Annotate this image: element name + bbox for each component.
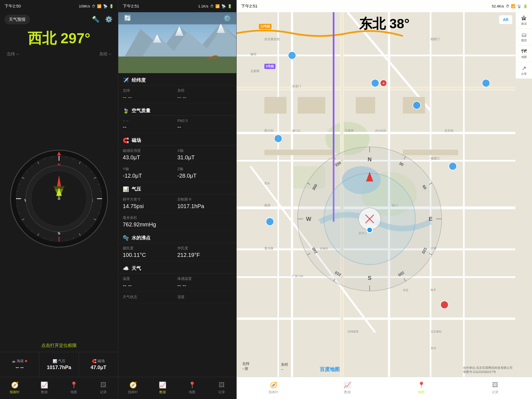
lat-label: 北纬 -- xyxy=(7,52,19,57)
svg-text:W: W xyxy=(306,216,311,222)
magnetic-section-header: 🧲 磁场 xyxy=(118,133,236,145)
mmhg-label: 毫米汞柱 xyxy=(123,215,177,220)
map-type-tool[interactable]: 🗺 地图 xyxy=(516,45,532,62)
map-status-icons: 52.4K/s ⏱ 📶 📡 🔋 xyxy=(492,4,528,8)
data-tab-label: 数据 xyxy=(41,390,48,395)
hero-image: 🔄 ⚙️ xyxy=(118,12,236,73)
elevation-stat: ⛰ 海拔 -- -- xyxy=(0,352,39,377)
tab-bar-2: 🧭 指南针 📈 数据 📍 地图 🖼 记录 xyxy=(118,377,236,399)
map-sidebar-tools: 🛣 路况 🗂 图层 🗺 地图 ↗ 分享 xyxy=(515,12,532,79)
data-scroll-area[interactable]: ✈️ 经纬度 北纬 -- -- 东经 -- -- 🍃 空气质量 -- -- -- xyxy=(118,73,236,377)
layers-tool[interactable]: 🗂 图层 xyxy=(516,29,532,45)
svg-point-122 xyxy=(288,52,296,59)
lat-cell: 北纬 -- -- xyxy=(123,85,177,104)
record-tab-icon-2: 🖼 xyxy=(219,382,225,389)
flashlight-button[interactable]: 🔦 xyxy=(91,15,101,24)
tab-compass-2[interactable]: 🧭 指南针 xyxy=(118,377,148,399)
svg-rect-90 xyxy=(264,97,287,114)
share-tool[interactable]: ↗ 分享 xyxy=(516,62,532,79)
mag-strength-label: 磁感应强度 xyxy=(123,148,177,153)
layers-icon: 🗂 xyxy=(521,32,527,38)
svg-text:朝阳门: 朝阳门 xyxy=(431,37,440,41)
pressure-section-header: 📊 气压 xyxy=(118,182,236,194)
boiling-title: 水的沸点 xyxy=(132,235,150,241)
traffic-tool[interactable]: 🛣 路况 xyxy=(516,12,532,29)
elevation-value: -- -- xyxy=(16,365,24,370)
mag-z-value: -28.0μT xyxy=(177,173,232,179)
svg-point-121 xyxy=(371,79,379,87)
hpa-cell: 百帕斯卡 1017.1hPa xyxy=(177,194,232,213)
tab-compass-1[interactable]: 🧭 指南针 xyxy=(0,377,30,399)
svg-point-66 xyxy=(207,57,213,59)
traffic-icon: 🛣 xyxy=(521,15,527,21)
svg-text:内大社区: 内大社区 xyxy=(375,129,386,132)
data-tab-icon: 📈 xyxy=(40,382,48,389)
settings-button[interactable]: ⚙️ xyxy=(104,15,114,24)
svg-text:南门口: 南门口 xyxy=(292,129,300,132)
status-icons-1: 109K/s ⏱ 📶 📡 🔋 xyxy=(79,4,114,8)
map-tab-record[interactable]: 🖼 记录 xyxy=(458,377,532,399)
tab-record-2[interactable]: 🖼 记录 xyxy=(207,377,237,399)
map-tab-label-2: 地图 xyxy=(189,390,195,395)
record-tab-label-2: 记录 xyxy=(218,390,225,395)
settings-button-2[interactable]: ⚙️ xyxy=(222,14,232,23)
ar-button[interactable]: AR xyxy=(499,15,513,24)
tab-bar-1: 🧭 指南针 📈 数据 📍 地图 🖼 记录 xyxy=(0,377,118,399)
mag-strength-cell: 磁感应强度 43.0μT xyxy=(123,145,177,164)
weather-button[interactable]: 天气预报 xyxy=(4,15,30,24)
svg-text:音乐: 音乐 xyxy=(264,182,270,185)
refresh-button[interactable]: 🔄 xyxy=(123,14,132,23)
tab-data-2[interactable]: 📈 数据 xyxy=(148,377,178,399)
svg-point-127 xyxy=(266,218,274,226)
compass-panel: 下午2:50 109K/s ⏱ 📶 📡 🔋 天气预报 🔦 ⚙️ 西北 297° … xyxy=(0,0,118,399)
tab-data-1[interactable]: 📈 数据 xyxy=(30,377,59,399)
map-record-tab-icon: 🖼 xyxy=(492,382,498,389)
aq-value-2: -- xyxy=(177,124,232,130)
location-permission-text[interactable]: 点击打开定位权限 xyxy=(0,339,118,352)
map-tab-data[interactable]: 📈 数据 xyxy=(311,377,385,399)
lat-cell-value: -- -- xyxy=(123,94,177,101)
svg-text:N: N xyxy=(367,156,371,162)
celsius-value: 100.11°C xyxy=(123,252,177,258)
aq-cell-1: -- -- -- xyxy=(123,116,177,133)
map-tab-compass[interactable]: 🧭 指南针 xyxy=(237,377,311,399)
latlon-row: 北纬 -- 东经 -- xyxy=(0,50,118,58)
aq-value-1: -- xyxy=(123,124,177,130)
map-wifi-icon: 📡 xyxy=(517,4,521,8)
pressure-icon: 📊 xyxy=(53,359,57,363)
elevation-dot xyxy=(25,360,27,362)
psi-cell: 磅平方英寸 14.75psi xyxy=(123,194,177,213)
latlon-title: 经纬度 xyxy=(132,77,146,83)
map-lon-value: -- xyxy=(281,367,283,371)
svg-text:柳芳: 柳芳 xyxy=(250,53,257,56)
wifi-icon: 📡 xyxy=(103,4,108,8)
pressure-empty-cell xyxy=(177,213,232,231)
map-compass-overlay: 30 60 120 150 210 240 300 330 N S E W xyxy=(292,141,447,298)
tab-map-1[interactable]: 📍 地图 xyxy=(59,377,89,399)
bubble-icon: 🫧 xyxy=(123,235,129,241)
tab-map-2[interactable]: 📍 地图 xyxy=(177,377,207,399)
lon-cell: 东经 -- -- xyxy=(177,85,232,104)
svg-point-65 xyxy=(212,55,219,59)
map-map-tab-icon: 📍 xyxy=(418,382,425,389)
airquality-section-header: 🍃 空气质量 xyxy=(118,104,236,116)
top-bar-1: 天气预报 🔦 ⚙️ xyxy=(0,12,118,27)
lat-cell-label: 北纬 xyxy=(123,88,177,93)
map-panel: 下午2:51 52.4K/s ⏱ 📶 📡 🔋 东北 38° AR 🛣 路况 🗂 … xyxy=(237,0,532,399)
data-panel: 下午2:51 1.1K/s ⏱ 📶 📡 🔋 xyxy=(118,0,237,399)
tab-record-1[interactable]: 🖼 记录 xyxy=(89,377,118,399)
speed-1: 109K/s xyxy=(79,4,90,8)
pressure-section-icon: 📊 xyxy=(123,186,129,192)
map-background[interactable]: 王府井 东直门 前门 西四 北京站 磁器口 复兴路 天桥 西大街 柳芳 农业展览… xyxy=(237,0,532,399)
celsius-label: 摄氏度 xyxy=(123,246,177,251)
map-map-tab-label: 地图 xyxy=(418,390,424,395)
mmhg-cell: 毫米汞柱 762.92mmHg xyxy=(123,213,177,231)
svg-text:北新桥: 北新桥 xyxy=(250,69,260,73)
metro-13-badge: 13号线 xyxy=(259,24,272,29)
fahrenheit-value: 212.19°F xyxy=(177,252,232,258)
celsius-cell: 摄氏度 100.11°C xyxy=(123,243,177,261)
record-tab-icon: 🖼 xyxy=(100,382,106,389)
aq-cell-2: PM2.5 -- xyxy=(177,116,232,133)
aq-label-2: PM2.5 xyxy=(177,119,232,123)
map-tab-map[interactable]: 📍 地图 xyxy=(384,377,458,399)
